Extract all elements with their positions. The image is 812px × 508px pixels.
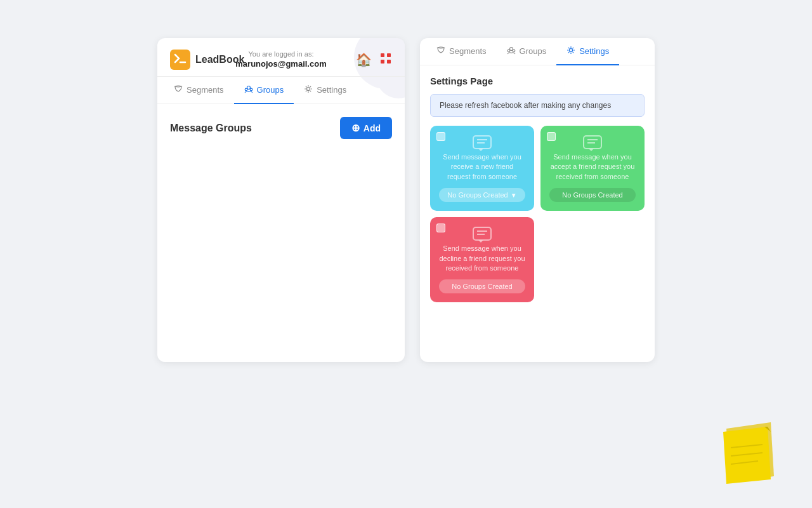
logo-area: LeadBook [170, 50, 244, 70]
card-green-checkbox[interactable] [547, 132, 556, 141]
svg-point-10 [307, 88, 310, 91]
right-tab-groups-label: Groups [520, 46, 547, 56]
left-tab-segments-label: Segments [187, 85, 224, 95]
right-content: Settings Page Please refresh facebook af… [420, 65, 655, 312]
grid-icon[interactable] [379, 52, 392, 68]
card-green-badge[interactable]: No Groups Created [549, 188, 636, 202]
right-tab-settings[interactable]: Settings [556, 38, 619, 65]
settings-icon-left [304, 84, 313, 95]
svg-point-9 [250, 88, 252, 91]
card-decline-friend-request[interactable]: Send message when you decline a friend r… [430, 217, 534, 302]
logged-in-label: You are logged in as: [235, 50, 326, 58]
svg-point-8 [245, 88, 247, 91]
section-header: Message Groups ⊕ Add [170, 117, 392, 139]
leadbook-logo-icon [170, 50, 190, 70]
svg-point-13 [513, 50, 515, 52]
card-blue-message-icon [472, 135, 492, 152]
user-info: You are logged in as: marunojos@gmail.co… [235, 50, 326, 69]
card-blue-badge[interactable]: No Groups Created ▼ [439, 188, 525, 202]
svg-rect-4 [387, 53, 391, 57]
left-content: Message Groups ⊕ Add [157, 104, 405, 162]
home-icon[interactable]: 🏠 [356, 52, 372, 67]
cards-grid: Send message when you receive a new frie… [430, 126, 645, 302]
card-new-friend-request[interactable]: Send message when you receive a new frie… [430, 126, 534, 211]
card-red-badge-label: No Groups Created [452, 283, 512, 290]
svg-rect-6 [387, 60, 391, 64]
refresh-notice: Please refresh facebook after making any… [430, 94, 645, 117]
right-tab-segments-label: Segments [449, 46, 487, 56]
groups-icon-left [244, 84, 253, 95]
card-green-desc: Send message when you accept a friend re… [549, 152, 636, 182]
svg-point-14 [570, 49, 573, 52]
left-tab-groups-label: Groups [257, 85, 284, 95]
card-red-message-icon [472, 226, 492, 244]
segments-icon-right [436, 46, 445, 57]
svg-rect-2 [170, 50, 190, 70]
card-red-checkbox[interactable] [436, 224, 445, 232]
left-panel: LeadBook You are logged in as: marunojos… [157, 38, 405, 362]
add-button-label: Add [363, 123, 381, 133]
add-button-icon: ⊕ [351, 122, 360, 134]
sticky-note-decoration [717, 419, 780, 489]
add-button[interactable]: ⊕ Add [340, 117, 392, 139]
card-red-desc: Send message when you decline a friend r… [439, 244, 525, 273]
left-tab-settings[interactable]: Settings [294, 77, 357, 104]
svg-rect-3 [381, 53, 384, 57]
svg-point-11 [509, 48, 513, 51]
left-tab-groups[interactable]: Groups [234, 77, 294, 104]
left-tabs: Segments Groups Settings [157, 77, 405, 104]
right-tabs: Segments Groups Settings [420, 38, 655, 65]
svg-point-12 [508, 50, 510, 52]
svg-point-7 [247, 86, 250, 90]
segments-icon [174, 84, 183, 95]
card-red-badge[interactable]: No Groups Created [439, 279, 525, 293]
card-blue-checkbox[interactable] [436, 132, 445, 141]
settings-page-title: Settings Page [430, 76, 645, 86]
card-blue-desc: Send message when you receive a new frie… [439, 152, 525, 182]
left-header: LeadBook You are logged in as: marunojos… [157, 38, 405, 77]
settings-icon-right [566, 46, 575, 57]
header-icons: 🏠 [356, 52, 392, 68]
card-green-badge-label: No Groups Created [562, 191, 622, 199]
right-tab-settings-label: Settings [579, 46, 609, 56]
right-tab-groups[interactable]: Groups [497, 38, 557, 65]
groups-icon-right [507, 46, 516, 57]
left-tab-segments[interactable]: Segments [164, 77, 234, 104]
right-panel: Segments Groups Settings Settings Page P… [420, 38, 655, 362]
right-tab-segments[interactable]: Segments [426, 38, 497, 65]
card-green-message-icon [582, 135, 603, 152]
left-tab-settings-label: Settings [317, 85, 346, 95]
section-title: Message Groups [170, 123, 252, 134]
svg-rect-5 [381, 60, 384, 64]
card-blue-badge-label: No Groups Created [447, 191, 508, 199]
card-accept-friend-request[interactable]: Send message when you accept a friend re… [540, 126, 645, 211]
user-email: marunojos@gmail.com [235, 59, 326, 69]
card-blue-arrow: ▼ [511, 192, 517, 199]
